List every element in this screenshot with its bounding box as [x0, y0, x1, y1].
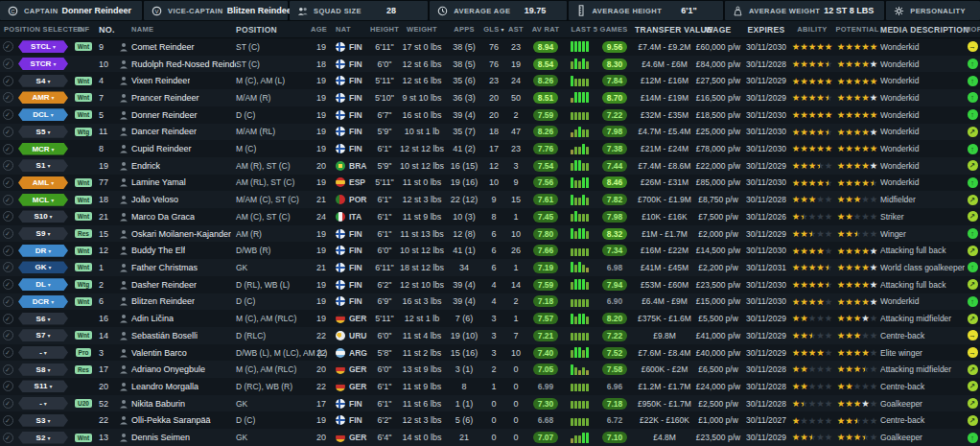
header-position-selected[interactable]: POSITION SELECTED: [0, 25, 71, 34]
header-morale[interactable]: MORAL: [965, 25, 980, 34]
player-row[interactable]: ✓ S7 ▾ Wnt 14 Sebastián Boselli D (RLC) …: [0, 327, 980, 344]
player-name[interactable]: Valentin Barco: [131, 348, 187, 358]
player-row[interactable]: ✓ S1 ▾ 19 Endrick AM (R), ST (C) 20 BRA …: [0, 157, 980, 175]
row-select-check-icon[interactable]: ✓: [3, 76, 13, 86]
player-name[interactable]: Buddy The Elf: [131, 246, 185, 255]
player-row[interactable]: ✓ DCR ▾ Wnt 6 Blitzen Reindeer D (C) 19 …: [0, 293, 980, 311]
player-name[interactable]: Marco Da Graca: [131, 212, 195, 222]
row-select-check-icon[interactable]: ✓: [3, 347, 13, 358]
header-av-rat[interactable]: AV RAT: [527, 25, 564, 34]
player-name[interactable]: Rudolph Red-Nosed Reindeer: [131, 59, 236, 69]
position-selector-pill[interactable]: S9 ▾: [18, 227, 68, 240]
row-select-check-icon[interactable]: ✓: [3, 160, 13, 171]
header-last-5-games[interactable]: LAST 5 GAMES: [564, 25, 635, 34]
player-name[interactable]: Father Christmas: [131, 263, 198, 272]
player-row[interactable]: ✓ DL ▾ Wtg 2 Dasher Reindeer D (RL), WB …: [0, 276, 980, 293]
player-name[interactable]: Olli-Pekka Saranpää: [131, 415, 211, 425]
player-row[interactable]: ✓ S6 ▾ 16 Adin Ličina M (C), AM (RLC) 19…: [0, 310, 980, 327]
player-name[interactable]: Donner Reindeer: [131, 110, 198, 120]
header-name[interactable]: NAME: [117, 25, 236, 34]
header-wage[interactable]: WAGE: [694, 25, 742, 35]
header-no[interactable]: NO.: [96, 25, 117, 35]
position-selector-pill[interactable]: S7 ▾: [18, 329, 68, 341]
player-row[interactable]: ✓ - ▾ U20 52 Nikita Baburin GK 17 FIN 6'…: [0, 395, 980, 412]
player-row[interactable]: ✓ AMR ▾ Wnt 7 Prancer Reindeer M/AM (R) …: [0, 89, 980, 106]
player-name[interactable]: Endrick: [131, 161, 160, 171]
player-name[interactable]: Leandro Morgalla: [131, 382, 198, 391]
row-select-check-icon[interactable]: ✓: [3, 195, 13, 205]
position-selector-pill[interactable]: - ▾: [18, 397, 68, 410]
row-select-check-icon[interactable]: ✓: [3, 262, 13, 272]
position-selector-pill[interactable]: - ▾: [18, 346, 68, 359]
header-ability[interactable]: ABILITY: [790, 25, 834, 34]
header-weight[interactable]: WEIGHT: [399, 25, 445, 34]
player-name[interactable]: Oskari Moilanen-Kajander: [131, 229, 231, 239]
row-select-check-icon[interactable]: ✓: [3, 330, 13, 340]
row-select-check-icon[interactable]: ✓: [3, 144, 13, 154]
player-row[interactable]: ✓ DR ▾ Wnt 12 Buddy The Elf D/WB (R) 19 …: [0, 242, 980, 259]
position-selector-pill[interactable]: S11 ▾: [18, 380, 68, 392]
player-name[interactable]: Dancer Reindeer: [131, 127, 197, 136]
position-selector-pill[interactable]: DR ▾: [18, 245, 68, 257]
position-selector-pill[interactable]: DCR ▾: [18, 295, 68, 308]
position-selector-pill[interactable]: MCL ▾: [18, 194, 68, 206]
row-select-check-icon[interactable]: ✓: [3, 109, 13, 120]
player-name[interactable]: Dennis Seimen: [131, 433, 190, 442]
player-row[interactable]: ✓ STCR ▾ 10 Rudolph Red-Nosed Reindeer S…: [0, 56, 980, 73]
position-selector-pill[interactable]: DL ▾: [18, 278, 68, 291]
header-nat[interactable]: NAT: [332, 25, 370, 34]
player-row[interactable]: ✓ AML ▾ Wnt 77 Lamine Yamal AM (RL), ST …: [0, 175, 980, 192]
player-row[interactable]: ✓ - ▾ Pro 3 Valentin Barco D/WB (L), M (…: [0, 344, 980, 362]
position-selector-pill[interactable]: GK ▾: [18, 261, 68, 273]
player-name[interactable]: Adriano Onyegbule: [131, 364, 205, 374]
header-position[interactable]: POSITION: [236, 25, 311, 35]
player-row[interactable]: ✓ STCL ▾ Wnt 9 Comet Reindeer ST (C) 19 …: [0, 38, 980, 56]
player-row[interactable]: ✓ S10 ▾ Wnt 21 Marco Da Graca AM (C), ST…: [0, 208, 980, 225]
row-select-check-icon[interactable]: ✓: [3, 314, 13, 324]
row-select-check-icon[interactable]: ✓: [3, 127, 13, 137]
player-row[interactable]: ✓ S3 ▾ 22 Olli-Pekka Saranpää D (C) 19 F…: [0, 411, 980, 429]
position-selector-pill[interactable]: AMR ▾: [18, 91, 68, 104]
player-name[interactable]: Sebastián Boselli: [131, 331, 198, 340]
row-select-check-icon[interactable]: ✓: [3, 279, 13, 290]
player-row[interactable]: ✓ S2 ▾ Wnt 13 Dennis Seimen GK 20 GER 6'…: [0, 429, 980, 446]
player-name[interactable]: Prancer Reindeer: [131, 93, 199, 103]
row-select-check-icon[interactable]: ✓: [3, 433, 13, 443]
header-transfer-value[interactable]: TRANSFER VALUE: [635, 25, 694, 35]
row-select-check-icon[interactable]: ✓: [3, 211, 13, 222]
player-name[interactable]: Vixen Reindeer: [131, 76, 190, 85]
player-name[interactable]: Comet Reindeer: [131, 42, 195, 52]
position-selector-pill[interactable]: S5 ▾: [18, 126, 68, 138]
header-apps[interactable]: APPS: [445, 25, 483, 34]
row-select-check-icon[interactable]: ✓: [3, 296, 13, 307]
player-row[interactable]: ✓ S9 ▾ Res 15 Oskari Moilanen-Kajander A…: [0, 225, 980, 243]
row-select-check-icon[interactable]: ✓: [3, 228, 13, 239]
row-select-check-icon[interactable]: ✓: [3, 246, 13, 256]
position-selector-pill[interactable]: S1 ▾: [18, 159, 68, 172]
player-name[interactable]: Lamine Yamal: [131, 177, 186, 187]
player-name[interactable]: Nikita Baburin: [131, 399, 185, 409]
header-expires[interactable]: EXPIRES: [742, 25, 790, 35]
header-height[interactable]: HEIGHT: [370, 25, 399, 34]
position-selector-pill[interactable]: S8 ▾: [18, 364, 68, 376]
header-media-description[interactable]: MEDIA DESCRIPTION: [880, 25, 965, 35]
row-select-check-icon[interactable]: ✓: [3, 177, 13, 188]
row-select-check-icon[interactable]: ✓: [3, 398, 13, 409]
player-row[interactable]: ✓ MCR ▾ 8 Cupid Reindeer M (C) 19 FIN 6'…: [0, 140, 980, 157]
position-selector-pill[interactable]: MCR ▾: [18, 143, 68, 155]
player-row[interactable]: ✓ DCL ▾ Wnt 5 Donner Reindeer D (C) 19 F…: [0, 106, 980, 124]
position-selector-pill[interactable]: S4 ▾: [18, 75, 68, 87]
player-row[interactable]: ✓ S11 ▾ 20 Leandro Morgalla D (RC), WB (…: [0, 378, 980, 395]
position-selector-pill[interactable]: STCL ▾: [18, 40, 68, 53]
player-row[interactable]: ✓ MCL ▾ Wnt 18 João Veloso M/AM (C), ST …: [0, 191, 980, 208]
player-name[interactable]: Dasher Reindeer: [131, 280, 197, 290]
position-selector-pill[interactable]: S3 ▾: [18, 414, 68, 427]
row-select-check-icon[interactable]: ✓: [3, 381, 13, 391]
position-selector-pill[interactable]: S10 ▾: [18, 210, 68, 223]
player-row[interactable]: ✓ S4 ▾ Wnt 4 Vixen Reindeer M (C), AM (L…: [0, 72, 980, 89]
player-row[interactable]: ✓ S5 ▾ Wtg 11 Dancer Reindeer M/AM (RL) …: [0, 124, 980, 141]
player-row[interactable]: ✓ GK ▾ Wnt 1 Father Christmas GK 21 FIN …: [0, 259, 980, 276]
player-name[interactable]: João Veloso: [131, 195, 178, 204]
position-selector-pill[interactable]: DCL ▾: [18, 108, 68, 121]
position-selector-pill[interactable]: AML ▾: [18, 176, 68, 189]
